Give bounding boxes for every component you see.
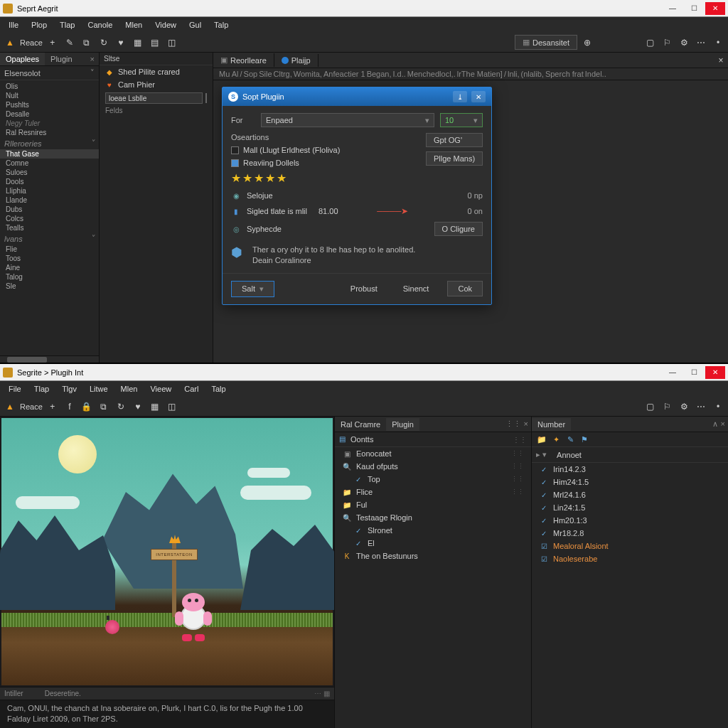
tab-opaplees[interactable]: Opaplees <box>0 53 45 65</box>
maximize-button[interactable]: ☐ <box>684 2 704 15</box>
doc-icon[interactable]: ▦ <box>148 400 162 414</box>
tree-item[interactable]: Sle <box>0 282 99 291</box>
menu-item[interactable]: Talp <box>208 19 234 31</box>
minimize-button[interactable]: — <box>663 366 682 379</box>
save-icon[interactable]: ◫ <box>165 36 179 50</box>
probust-button[interactable]: Probust <box>350 284 378 293</box>
dialog-close-icon[interactable]: ✕ <box>471 91 486 102</box>
list-item[interactable]: ✓Top⋮⋮ <box>335 473 531 486</box>
menu-item[interactable]: Tlap <box>54 19 80 31</box>
dash-button[interactable] <box>205 93 207 103</box>
grid-icon[interactable]: ⧉ <box>97 400 111 414</box>
menu-item[interactable]: File <box>3 383 27 395</box>
list-item[interactable]: ✓Mrl24.1.6 <box>532 488 728 501</box>
panel-icon[interactable]: ▢ <box>643 400 657 414</box>
menu-item[interactable]: Tlap <box>28 383 55 395</box>
list-item[interactable]: ✓Hm20.1:3 <box>532 514 728 527</box>
target-icon[interactable]: ⊕ <box>580 36 594 50</box>
menu-item[interactable]: Canole <box>82 19 119 31</box>
mid-item[interactable]: ◆Shed Pilite crared <box>100 65 213 78</box>
tree-group[interactable]: Rlleroeries˅ <box>0 137 99 149</box>
dot-icon[interactable]: • <box>711 400 725 414</box>
menu-item[interactable]: Videw <box>149 19 182 31</box>
tab-number[interactable]: Number <box>532 418 571 431</box>
tree-item[interactable]: Aine <box>0 263 99 272</box>
list-item[interactable]: KThe on Bestunurs <box>335 550 531 562</box>
mid-item[interactable]: ♥Cam Phier <box>100 78 213 91</box>
doc-icon[interactable]: ▤ <box>148 36 162 50</box>
menu-item[interactable]: Gul <box>183 19 207 31</box>
list-item[interactable]: ✓Him24:1.5 <box>532 476 728 488</box>
minimize-button[interactable]: — <box>663 2 682 15</box>
warning-icon[interactable]: ▲ <box>3 400 17 414</box>
chart-icon[interactable]: ⧉ <box>80 36 94 50</box>
list-item[interactable]: ✓Mr18.2.8 <box>532 527 728 540</box>
menu-item[interactable]: Litwe <box>84 383 114 395</box>
tree-item[interactable]: Pushlts <box>0 100 99 109</box>
list-item[interactable]: ☑Naoleserabe <box>532 552 728 565</box>
refresh-icon[interactable]: ↻ <box>97 36 111 50</box>
tree-item[interactable]: Toos <box>0 254 99 263</box>
designer-button[interactable]: ▦Desansitet <box>515 35 577 50</box>
chevron-down-icon[interactable]: ˅ <box>90 68 95 77</box>
tree-item[interactable]: Nult <box>0 91 99 100</box>
warning-icon[interactable]: ▲ <box>3 36 17 50</box>
menu-item[interactable]: Tlgv <box>56 383 82 395</box>
tree-item[interactable]: Suloes <box>0 168 99 177</box>
tree-item[interactable]: Comne <box>0 159 99 168</box>
add-icon[interactable]: + <box>46 36 60 50</box>
scrollbar[interactable] <box>0 355 99 363</box>
tree-item[interactable]: That Gase <box>0 149 99 159</box>
tree-item[interactable]: Dools <box>0 177 99 186</box>
game-canvas[interactable]: INTERSTATEON <box>0 417 334 687</box>
grip-icon[interactable]: ⋮⋮ <box>513 436 527 444</box>
close-icon[interactable]: × <box>524 419 528 429</box>
maximize-button[interactable]: ☐ <box>684 366 704 379</box>
menu-item[interactable]: Mlen <box>119 19 148 31</box>
tree-item[interactable]: Talog <box>0 272 99 282</box>
panel-icon[interactable]: ▢ <box>643 36 657 50</box>
list-item[interactable]: ✓El <box>335 537 531 550</box>
tab-plugin[interactable]: Plugin <box>386 418 419 431</box>
add-icon[interactable]: + <box>46 400 60 414</box>
tree-item[interactable]: Llande <box>0 196 99 205</box>
more-icon[interactable]: ⋯ <box>694 36 708 50</box>
heart-icon[interactable]: ♥ <box>131 400 145 414</box>
dialog-header[interactable]: S Sopt Plugiin ⤓ ✕ <box>223 87 491 106</box>
tree-item[interactable]: Olis <box>0 82 99 91</box>
list-item[interactable]: ☑Mealoral Alsiont <box>532 540 728 552</box>
side-button[interactable]: Gpt OG' <box>426 133 483 147</box>
list-item[interactable]: ✓Lin24:1.5 <box>532 501 728 514</box>
for-select[interactable]: Enpaed▾ <box>261 113 434 127</box>
refresh-icon[interactable]: ↻ <box>114 400 128 414</box>
gear-icon[interactable]: ⚙ <box>677 400 691 414</box>
list-item[interactable]: ✓Slronet <box>335 524 531 537</box>
tree-item[interactable]: Tealls <box>0 223 99 232</box>
flag-icon[interactable]: ⚐ <box>660 400 674 414</box>
list-item[interactable]: ✓Irin14.2.3 <box>532 463 728 476</box>
menu-item[interactable]: Talp <box>205 383 231 395</box>
ok-button[interactable]: Cok <box>447 281 483 296</box>
tab-plugin[interactable]: Plugin <box>45 53 78 65</box>
rating-stars[interactable]: ★★★★★ <box>231 171 419 185</box>
number-input[interactable]: 10▾ <box>440 113 483 127</box>
list-item[interactable]: 🔍Kaud ofputs⋮⋮ <box>335 460 531 473</box>
menu-item[interactable]: Plop <box>26 19 53 31</box>
menu-item[interactable]: Mlen <box>115 383 144 395</box>
menu-item[interactable]: Carl <box>178 383 204 395</box>
pen-icon[interactable]: ✎ <box>564 434 576 444</box>
salt-dropdown[interactable]: Salt▾ <box>231 281 274 297</box>
radio-icon[interactable]: ◎ <box>231 224 241 234</box>
gear-icon[interactable]: ⚙ <box>677 36 691 50</box>
configure-button[interactable]: O Cligure <box>434 222 483 236</box>
tree-item[interactable]: Lliphia <box>0 186 99 196</box>
grid-icon[interactable]: ▦ <box>131 36 145 50</box>
locale-input[interactable] <box>105 92 203 104</box>
close-panel-icon[interactable]: × <box>86 53 99 65</box>
heart-icon[interactable]: ♥ <box>114 36 128 50</box>
folder-icon[interactable]: 📁 <box>536 434 547 444</box>
flag-icon[interactable]: ⚑ <box>579 434 590 444</box>
tree-item[interactable]: Ral Resnires <box>0 128 99 137</box>
tab-cramre[interactable]: Ral Cramre <box>335 418 386 431</box>
tree-item[interactable]: Negy Tuler <box>0 119 99 128</box>
